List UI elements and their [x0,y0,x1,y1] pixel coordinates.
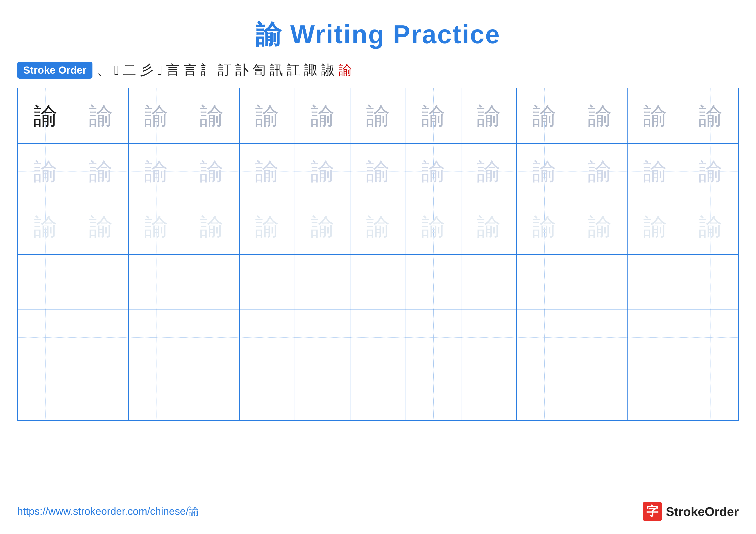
char-dark: 諭 [34,104,57,128]
cell-4-1[interactable] [18,254,73,310]
cell-5-11[interactable] [572,310,627,365]
cell-4-9[interactable] [461,254,517,310]
cell-1-1[interactable]: 諭 [18,88,73,143]
cell-4-4[interactable] [184,254,239,310]
cell-4-7[interactable] [350,254,406,310]
cell-5-6[interactable] [295,310,350,365]
cell-1-4[interactable]: 諭 [184,88,239,143]
cell-4-8[interactable] [406,254,461,310]
cell-2-3[interactable]: 諭 [128,143,184,199]
cell-4-2[interactable] [73,254,128,310]
cell-2-2[interactable]: 諭 [73,143,128,199]
stroke-3: ⼆ [123,61,136,79]
cell-4-11[interactable] [572,254,627,310]
cell-3-1[interactable]: 諭 [18,199,73,254]
cell-4-12[interactable] [627,254,683,310]
char-faint: 諭 [477,215,500,239]
stroke-4: 彡 [140,61,153,79]
cell-2-13[interactable]: 諭 [683,143,738,199]
cell-1-7[interactable]: 諭 [350,88,406,143]
cell-2-6[interactable]: 諭 [295,143,350,199]
cell-6-13[interactable] [683,365,738,420]
grid-row-5 [18,310,738,365]
cell-3-13[interactable]: 諭 [683,199,738,254]
cell-2-11[interactable]: 諭 [572,143,627,199]
cell-5-5[interactable] [239,310,295,365]
cell-2-12[interactable]: 諭 [627,143,683,199]
cell-2-4[interactable]: 諭 [184,143,239,199]
cell-2-9[interactable]: 諭 [461,143,517,199]
grid-row-6 [18,365,738,420]
cell-1-9[interactable]: 諭 [461,88,517,143]
cell-6-1[interactable] [18,365,73,420]
cell-1-3[interactable]: 諭 [128,88,184,143]
cell-6-6[interactable] [295,365,350,420]
cell-6-3[interactable] [128,365,184,420]
cell-1-12[interactable]: 諭 [627,88,683,143]
cell-6-2[interactable] [73,365,128,420]
cell-6-12[interactable] [627,365,683,420]
char-guide: 諭 [200,104,224,128]
stroke-12: 訊 [270,61,283,79]
cell-1-11[interactable]: 諭 [572,88,627,143]
char-faint: 諭 [477,159,500,183]
cell-6-7[interactable] [350,365,406,420]
char-faint: 諭 [588,215,611,239]
cell-4-13[interactable] [683,254,738,310]
grid-row-3: 諭 諭 諭 諭 諭 諭 諭 諭 諭 諭 諭 諭 諭 [18,199,738,254]
cell-5-9[interactable] [461,310,517,365]
footer-logo: 字 StrokeOrder [643,502,739,521]
cell-1-6[interactable]: 諭 [295,88,350,143]
cell-2-1[interactable]: 諭 [18,143,73,199]
cell-4-10[interactable] [517,254,572,310]
cell-5-4[interactable] [184,310,239,365]
cell-5-8[interactable] [406,310,461,365]
stroke-9: 訂 [218,61,231,79]
footer-url[interactable]: https://www.strokeorder.com/chinese/諭 [17,504,199,518]
cell-3-12[interactable]: 諭 [627,199,683,254]
char-guide: 諭 [643,104,667,128]
char-guide: 諭 [421,104,445,128]
cell-5-2[interactable] [73,310,128,365]
cell-3-5[interactable]: 諭 [239,199,295,254]
cell-3-6[interactable]: 諭 [295,199,350,254]
cell-1-5[interactable]: 諭 [239,88,295,143]
cell-6-5[interactable] [239,365,295,420]
cell-6-8[interactable] [406,365,461,420]
cell-6-4[interactable] [184,365,239,420]
practice-grid: 諭 諭 諭 諭 諭 諭 諭 諭 諭 諭 諭 諭 諭 諭 諭 諭 諭 諭 諭 諭 … [17,88,739,421]
cell-3-7[interactable]: 諭 [350,199,406,254]
cell-3-2[interactable]: 諭 [73,199,128,254]
cell-1-8[interactable]: 諭 [406,88,461,143]
cell-3-10[interactable]: 諭 [517,199,572,254]
char-guide: 諭 [477,104,500,128]
cell-5-12[interactable] [627,310,683,365]
cell-4-3[interactable] [128,254,184,310]
cell-5-7[interactable] [350,310,406,365]
cell-3-11[interactable]: 諭 [572,199,627,254]
cell-3-3[interactable]: 諭 [128,199,184,254]
char-guide: 諭 [366,104,390,128]
cell-6-10[interactable] [517,365,572,420]
cell-3-4[interactable]: 諭 [184,199,239,254]
cell-5-13[interactable] [683,310,738,365]
char-faint: 諭 [89,215,113,239]
cell-1-2[interactable]: 諭 [73,88,128,143]
cell-3-8[interactable]: 諭 [406,199,461,254]
cell-2-5[interactable]: 諭 [239,143,295,199]
cell-2-8[interactable]: 諭 [406,143,461,199]
cell-4-6[interactable] [295,254,350,310]
cell-5-10[interactable] [517,310,572,365]
char-faint: 諭 [366,215,390,239]
cell-5-3[interactable] [128,310,184,365]
cell-3-9[interactable]: 諭 [461,199,517,254]
stroke-1: 、 [97,61,110,79]
cell-2-10[interactable]: 諭 [517,143,572,199]
cell-6-11[interactable] [572,365,627,420]
cell-5-1[interactable] [18,310,73,365]
cell-1-13[interactable]: 諭 [683,88,738,143]
cell-2-7[interactable]: 諭 [350,143,406,199]
cell-4-5[interactable] [239,254,295,310]
cell-1-10[interactable]: 諭 [517,88,572,143]
cell-6-9[interactable] [461,365,517,420]
